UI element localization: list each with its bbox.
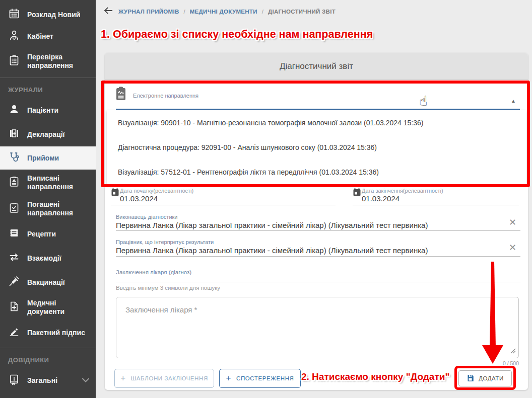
sidebar-item-label: Погашені направлення	[27, 200, 92, 217]
sidebar-item-label: Вакцинації	[27, 278, 65, 287]
annotation-step1: 1. Обираємо зі списку необхідне нам напр…	[101, 28, 373, 41]
performer-label: Виконавець діагностики	[116, 214, 177, 220]
char-counter: 0 / 500	[468, 360, 519, 366]
sidebar-item-label: Кабінет	[27, 32, 53, 41]
add-button-label: ДОДАТИ	[479, 375, 503, 381]
page-title: Діагностичний звіт	[280, 61, 353, 71]
book-icon	[8, 373, 20, 387]
sidebar-section-directories: ДОВІДНИКИ	[0, 348, 96, 368]
sidebar-item-label: Рецепти	[27, 230, 56, 238]
stethoscope-icon	[8, 151, 20, 165]
sidebar-item-appointments[interactable]: Прийоми	[0, 146, 96, 170]
resize-handle-icon[interactable]	[510, 347, 516, 356]
date-start-value[interactable]: 01.03.2024	[120, 194, 158, 203]
breadcrumb: ЖУРНАЛ ПРИЙОМІВ / МЕДИЧНІ ДОКУМЕНТИ / ДІ…	[103, 5, 336, 18]
sidebar-item-patients[interactable]: Пацієнти	[0, 98, 96, 122]
sidebar-item-cabinet[interactable]: Кабінет	[0, 24, 96, 48]
diagnosis-underline	[116, 282, 520, 282]
date-start-underline	[111, 205, 336, 205]
sidebar-item-label: Декларації	[27, 130, 65, 139]
diagnostic-report-card: Діагностичний звіт Електронне направленн…	[105, 53, 528, 390]
back-arrow-icon[interactable]	[103, 5, 114, 18]
plus-icon: +	[120, 373, 126, 383]
sidebar: Розклад Новий Кабінет Перевірка направле…	[0, 0, 96, 398]
diagnosis-label: Заключення лікаря (діагноз)	[116, 269, 191, 275]
interpreter-underline	[116, 256, 520, 257]
sidebar-item-batch-signature[interactable]: Пакетний підпис	[0, 321, 96, 345]
referral-check-icon	[8, 54, 20, 68]
referral-dropdown-list: Візуалізація: 90901-10 - Магнітно-резона…	[107, 110, 526, 185]
calendar-icon	[8, 8, 20, 22]
breadcrumb-separator: /	[262, 9, 263, 15]
collapse-caret-icon[interactable]: ▲	[511, 98, 516, 104]
card-header: Діагностичний звіт	[105, 53, 528, 80]
performer-clear-icon[interactable]: ✕	[509, 218, 516, 227]
sidebar-item-label: Пацієнти	[27, 106, 58, 115]
annotation-step2: 2. Натискаємо кнопку "Додати"	[301, 371, 449, 382]
sidebar-item-label: Взаємодії	[27, 254, 61, 263]
patients-icon	[8, 103, 20, 117]
sidebar-item-schedule[interactable]: Розклад Новий	[0, 0, 96, 24]
sidebar-item-vaccinations[interactable]: Вакцинації	[0, 270, 96, 294]
receipt-icon	[8, 227, 20, 241]
performer-value: Первинна Ланка (Лікар загальної практики…	[116, 221, 428, 229]
sidebar-item-label: Розклад Новий	[27, 11, 80, 19]
breadcrumb-separator: /	[184, 9, 185, 15]
medical-docs-icon	[8, 300, 20, 314]
main-content: ЖУРНАЛ ПРИЙОМІВ / МЕДИЧНІ ДОКУМЕНТИ / ДІ…	[96, 0, 532, 398]
observation-label: СПОСТЕРЕЖЕННЯ	[236, 375, 294, 381]
sidebar-item-medical-documents[interactable]: Медичні документи	[0, 294, 96, 321]
sidebar-item-declarations[interactable]: Декларації	[0, 122, 96, 146]
sidebar-item-interactions[interactable]: Взаємодії	[0, 246, 96, 270]
date-end-value[interactable]: 01.03.2024	[362, 194, 400, 203]
performer-underline	[116, 230, 520, 231]
redeemed-referrals-icon	[8, 202, 20, 216]
sidebar-item-label: Пакетний підпис	[27, 329, 85, 337]
referral-clipboard-icon	[115, 86, 127, 103]
sidebar-item-prescriptions[interactable]: Рецепти	[0, 222, 96, 246]
sidebar-item-issued-referrals[interactable]: Виписані направлення	[0, 170, 96, 196]
doctor-icon	[8, 29, 20, 43]
batch-sign-icon	[8, 326, 20, 340]
syringe-icon	[8, 275, 20, 289]
date-start-label: Дата початку(релевантності)	[120, 188, 193, 194]
referral-select-label: Електронне направлення	[133, 93, 198, 99]
breadcrumb-current-page: ДІАГНОСТИЧНИЙ ЗВІТ	[268, 9, 336, 15]
breadcrumb-link-medical-documents[interactable]: МЕДИЧНІ ДОКУМЕНТИ	[190, 9, 257, 15]
plus-icon: +	[226, 373, 231, 383]
chevron-down-icon	[80, 374, 92, 387]
sidebar-item-label: Перевірка направлення	[27, 53, 92, 70]
calendar-small-icon[interactable]	[353, 188, 361, 199]
interpreter-value: Первинна Ланка (Лікар загальної практики…	[116, 246, 428, 255]
observation-button[interactable]: + СПОСТЕРЕЖЕННЯ	[219, 369, 301, 388]
date-end-underline	[353, 205, 519, 205]
conclusion-textarea[interactable]	[116, 297, 518, 358]
sidebar-item-label: Прийоми	[27, 154, 59, 163]
conclusion-templates-button[interactable]: + ШАБЛОНИ ЗАКЛЮЧЕННЯ	[114, 369, 214, 388]
interactions-icon	[8, 251, 20, 265]
sidebar-item-general[interactable]: Загальні	[0, 368, 96, 392]
referral-option-2[interactable]: Діагностична процедура: 92091-00 - Аналі…	[107, 135, 526, 160]
interpreter-clear-icon[interactable]: ✕	[509, 243, 516, 252]
referral-option-1[interactable]: Візуалізація: 90901-10 - Магнітно-резона…	[107, 110, 526, 135]
interpreter-label: Працівник, що інтерпретує результати	[116, 239, 214, 245]
issued-referrals-icon	[8, 176, 20, 190]
sidebar-item-referral-check[interactable]: Перевірка направлення	[0, 48, 96, 74]
breadcrumb-link-appointments-journal[interactable]: ЖУРНАЛ ПРИЙОМІВ	[118, 9, 179, 15]
sidebar-section-journals: ЖУРНАЛИ	[0, 78, 96, 98]
save-icon	[467, 374, 474, 383]
add-button[interactable]: ДОДАТИ	[458, 370, 512, 386]
declarations-icon	[8, 127, 20, 141]
sidebar-item-label: Виписані направлення	[27, 174, 92, 191]
sidebar-item-redeemed-referrals[interactable]: Погашені направлення	[0, 196, 96, 222]
sidebar-item-label: Загальні	[27, 376, 57, 385]
referral-option-3[interactable]: Візуалізація: 57512-01 - Рентгенографія …	[107, 160, 526, 185]
calendar-small-icon[interactable]	[111, 188, 119, 199]
diagnosis-search-input[interactable]	[116, 285, 317, 291]
sidebar-item-label: Медичні документи	[27, 299, 92, 316]
date-end-label: Дата закінчення(релевантності)	[362, 188, 443, 194]
conclusion-textarea-container	[116, 297, 519, 358]
conclusion-templates-label: ШАБЛОНИ ЗАКЛЮЧЕННЯ	[131, 375, 208, 381]
